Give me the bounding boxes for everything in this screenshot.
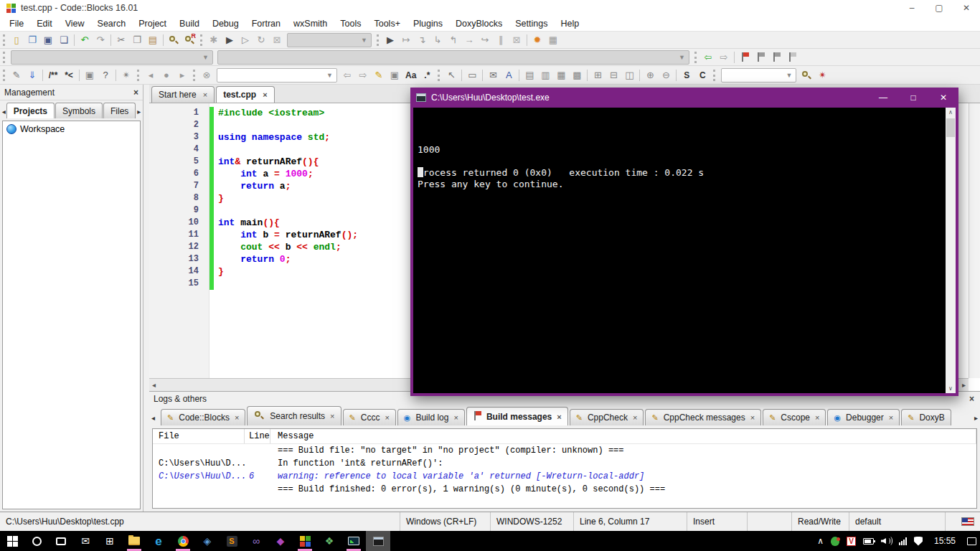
wxsmith-expand-v-icon[interactable]: ⊟ — [606, 68, 621, 83]
log-tab-build-log[interactable]: ◉Build log× — [397, 409, 465, 425]
search-back-icon[interactable]: ⇦ — [339, 68, 355, 83]
console-output[interactable]: 1000 Process returned 0 (0x0) execution … — [413, 108, 946, 393]
store-icon[interactable]: ⊞ — [98, 531, 122, 551]
wxsmith-align-top-icon[interactable]: ▤ — [522, 68, 537, 83]
search-forward-icon[interactable]: ⇨ — [355, 68, 371, 83]
table-row[interactable]: C:\Users\Huu\D...In function 'int& retur… — [153, 457, 976, 470]
toolbar-grip[interactable] — [200, 34, 202, 46]
log-tab-cscope[interactable]: ✎Cscope× — [763, 409, 826, 425]
next-instruction-icon[interactable]: → — [461, 33, 477, 47]
tab-projects[interactable]: Projects — [6, 103, 55, 118]
symbol-search-combo[interactable]: ▼ — [721, 68, 796, 83]
management-tabs-scroll-right-icon[interactable]: ▸ — [136, 108, 141, 118]
hscroll-right-arrow-icon[interactable]: ▸ — [962, 381, 966, 389]
log-tab-cppcheck-messages[interactable]: ✎CppCheck messages× — [645, 409, 761, 425]
menu-view[interactable]: View — [59, 17, 91, 31]
column-header-file[interactable]: File — [153, 429, 245, 443]
menu-fortran[interactable]: Fortran — [245, 17, 287, 31]
wxsmith-envelope-icon[interactable]: ✉ — [485, 68, 501, 83]
close-tab-icon[interactable]: × — [633, 413, 637, 422]
copy-icon[interactable]: ❐ — [129, 33, 145, 47]
menu-plugins[interactable]: Plugins — [407, 17, 449, 31]
visual-studio-icon[interactable]: ◈ — [195, 531, 220, 551]
save-all-icon[interactable]: ❏ — [56, 33, 72, 47]
clear-search-icon[interactable]: ⊗ — [199, 68, 215, 83]
close-tab-icon[interactable]: × — [235, 413, 239, 422]
tab-symbols[interactable]: Symbols — [55, 103, 103, 118]
cortana-button[interactable] — [24, 531, 49, 551]
toolbar-grip[interactable] — [3, 34, 5, 46]
doxy-comment-block-label[interactable]: /** — [45, 68, 61, 83]
minimize-button[interactable]: – — [898, 0, 925, 16]
wxsmith-text-icon[interactable]: A — [501, 68, 517, 83]
close-tab-icon[interactable]: × — [203, 90, 207, 99]
various-info-icon[interactable]: ▦ — [545, 33, 561, 47]
browse-forward-icon[interactable]: ⇨ — [716, 50, 732, 65]
network-signal-icon[interactable] — [895, 531, 910, 551]
wxsmith-align-center-icon[interactable]: ▦ — [553, 68, 569, 83]
wxsmith-expand-h-icon[interactable]: ⊞ — [590, 68, 606, 83]
replace-icon[interactable]: R — [182, 33, 197, 47]
menu-project[interactable]: Project — [132, 17, 173, 31]
toolbar-grip[interactable] — [713, 70, 715, 81]
new-file-icon[interactable]: ▯ — [9, 33, 24, 47]
build-icon[interactable]: ✱ — [206, 33, 222, 47]
console-titlebar[interactable]: C:\Users\Huu\Desktop\test.exe —□✕ — [410, 88, 958, 108]
run-icon[interactable]: ▶ — [222, 33, 237, 47]
break-debugger-icon[interactable]: ∥ — [493, 33, 509, 47]
antivirus-v-icon[interactable]: V — [843, 531, 859, 551]
log-tab-build-messages[interactable]: Build messages× — [466, 407, 568, 425]
editor-tab-test-cpp[interactable]: test.cpp× — [216, 86, 274, 103]
step-out-icon[interactable]: ↰ — [446, 33, 461, 47]
toolbar-grip[interactable] — [3, 70, 5, 81]
doxy-insert-comment-icon[interactable]: ▣ — [82, 68, 98, 83]
toolbar-grip[interactable] — [438, 70, 440, 81]
open-file-icon[interactable]: ❐ — [24, 33, 40, 47]
next-bookmark-icon[interactable] — [768, 50, 784, 65]
log-tab-debugger[interactable]: ◉Debugger× — [827, 409, 900, 425]
close-tab-icon[interactable]: × — [750, 413, 755, 422]
task-view-button[interactable] — [49, 531, 73, 551]
menu-edit[interactable]: Edit — [30, 17, 59, 31]
incsearch-prev-icon[interactable]: ◂ — [143, 68, 159, 83]
run-to-cursor-icon[interactable]: ↦ — [398, 33, 414, 47]
debug-continue-icon[interactable]: ▶ — [382, 33, 398, 47]
wxsmith-pointer-icon[interactable]: ↖ — [443, 68, 459, 83]
match-case-label[interactable]: Aa — [402, 68, 419, 83]
step-into-instruction-icon[interactable]: ↪ — [477, 33, 493, 47]
column-header-message[interactable]: Message — [270, 429, 976, 443]
defender-shield-icon[interactable] — [910, 531, 926, 551]
volume-icon[interactable] — [877, 531, 895, 551]
sublime-text-icon[interactable]: S — [220, 531, 244, 551]
prev-bookmark-icon[interactable] — [753, 50, 768, 65]
console-scrollbar[interactable]: ∧ ∨ — [946, 108, 956, 393]
hscroll-left-arrow-icon[interactable]: ◂ — [152, 381, 156, 389]
menu-search[interactable]: Search — [91, 17, 133, 31]
incsearch-origin-icon[interactable]: ● — [159, 68, 174, 83]
doxy-settings-wrench-icon[interactable]: ✴ — [118, 68, 134, 83]
doxy-help-icon[interactable]: ? — [98, 68, 113, 83]
goto-symbol-icon[interactable] — [798, 68, 814, 83]
editor-vertical-scrollbar[interactable] — [969, 103, 980, 378]
logs-tabs-scroll-left-icon[interactable]: ◂ — [151, 414, 155, 422]
toolbar-grip[interactable] — [694, 52, 697, 63]
chrome-icon[interactable] — [171, 531, 195, 551]
console-scroll-thumb[interactable] — [946, 118, 955, 137]
undo-icon[interactable]: ↶ — [77, 33, 93, 47]
toggle-bookmark-icon[interactable] — [737, 50, 753, 65]
toolbar-grip[interactable] — [3, 52, 5, 63]
file-explorer-icon[interactable] — [122, 531, 146, 551]
close-tab-icon[interactable]: × — [557, 413, 561, 421]
wxsmith-fill-icon[interactable]: ▩ — [569, 68, 585, 83]
menu-help[interactable]: Help — [554, 17, 585, 31]
toolbar-grip[interactable] — [193, 70, 195, 81]
management-tabs-scroll-left-icon[interactable]: ◂ — [1, 108, 6, 118]
browse-back-icon[interactable]: ⇦ — [700, 50, 716, 65]
dev-tool-icon[interactable]: ❖ — [317, 531, 341, 551]
table-row[interactable]: === Build file: "no target" in "no proje… — [153, 444, 976, 457]
source-view-label[interactable]: S — [679, 68, 694, 83]
menu-file[interactable]: File — [3, 17, 30, 31]
menu-debug[interactable]: Debug — [206, 17, 245, 31]
close-tab-icon[interactable]: × — [453, 413, 458, 422]
close-button[interactable]: ✕ — [953, 0, 980, 16]
